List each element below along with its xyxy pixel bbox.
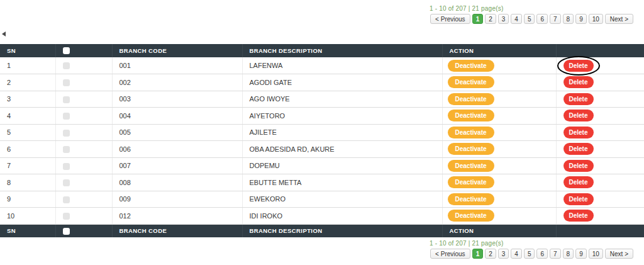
header-sn: SN bbox=[0, 44, 55, 57]
table-row: 6 006 OBA ADESIDA RD, AKURE Deactivate D… bbox=[0, 141, 644, 158]
table-row: 1 001 LAFENWA Deactivate Delete bbox=[0, 57, 644, 74]
table-body: 1 001 LAFENWA Deactivate Delete 2 002 AG… bbox=[0, 57, 644, 224]
page-button-9[interactable]: 9 bbox=[575, 249, 587, 259]
page-button-3[interactable]: 3 bbox=[498, 249, 509, 259]
branch-code-cell: 005 bbox=[112, 124, 242, 141]
page-button-2[interactable]: 2 bbox=[485, 249, 496, 259]
page-button-3[interactable]: 3 bbox=[498, 14, 509, 24]
page-button-6[interactable]: 6 bbox=[536, 14, 548, 24]
footer-action: ACTION bbox=[442, 224, 556, 237]
page-button-6[interactable]: 6 bbox=[536, 249, 548, 259]
delete-button[interactable]: Delete bbox=[564, 160, 594, 172]
delete-button[interactable]: Delete bbox=[564, 76, 594, 88]
row-checkbox[interactable] bbox=[63, 130, 70, 137]
sn-cell: 9 bbox=[0, 191, 55, 208]
delete-button[interactable]: Delete bbox=[564, 127, 594, 138]
pagination-info-bottom: 1 - 10 of 207 | 21 page(s) bbox=[430, 240, 633, 247]
page-button-8[interactable]: 8 bbox=[563, 249, 574, 259]
sn-cell: 3 bbox=[0, 91, 55, 108]
delete-button-wrap: Delete bbox=[564, 127, 594, 138]
row-checkbox[interactable] bbox=[63, 62, 70, 69]
delete-button[interactable]: Delete bbox=[564, 193, 594, 205]
deactivate-button[interactable]: Deactivate bbox=[448, 60, 494, 72]
delete-button[interactable]: Delete bbox=[564, 110, 594, 121]
pagination-bottom: 1 - 10 of 207 | 21 page(s) < Previous 12… bbox=[428, 240, 633, 259]
header-empty bbox=[556, 44, 644, 57]
delete-button-wrap: Delete bbox=[564, 60, 594, 72]
page-button-1[interactable]: 1 bbox=[472, 249, 484, 259]
row-checkbox[interactable] bbox=[63, 213, 70, 220]
delete-button-wrap: Delete bbox=[564, 93, 594, 105]
deactivate-button[interactable]: Deactivate bbox=[448, 93, 494, 105]
sn-cell: 1 bbox=[0, 57, 55, 74]
page-button-7[interactable]: 7 bbox=[550, 14, 561, 24]
table-footer-row: SN BRANCH CODE BRANCH DESCRIPTION ACTION bbox=[0, 224, 644, 237]
row-checkbox[interactable] bbox=[63, 79, 70, 86]
page-button-7[interactable]: 7 bbox=[550, 249, 561, 259]
deactivate-button[interactable]: Deactivate bbox=[448, 210, 494, 222]
sn-cell: 4 bbox=[0, 108, 55, 125]
branch-description-cell: AIYETORO bbox=[242, 108, 442, 125]
next-button-bottom[interactable]: Next > bbox=[605, 249, 633, 259]
delete-button[interactable]: Delete bbox=[564, 60, 594, 72]
delete-button[interactable]: Delete bbox=[564, 210, 594, 222]
footer-empty bbox=[556, 224, 644, 237]
delete-button-wrap: Delete bbox=[564, 176, 594, 188]
select-all-checkbox-footer[interactable] bbox=[63, 228, 70, 235]
deactivate-button[interactable]: Deactivate bbox=[448, 127, 494, 138]
row-checkbox[interactable] bbox=[63, 196, 70, 203]
table-row: 5 005 AJILETE Deactivate Delete bbox=[0, 124, 644, 141]
page-button-8[interactable]: 8 bbox=[563, 14, 574, 24]
delete-button-wrap: Delete bbox=[564, 210, 594, 222]
deactivate-button[interactable]: Deactivate bbox=[448, 193, 494, 205]
delete-button-wrap: Delete bbox=[564, 143, 594, 155]
table-row: 9 009 EWEKORO Deactivate Delete bbox=[0, 191, 644, 208]
branch-code-cell: 002 bbox=[112, 74, 242, 91]
page-button-9[interactable]: 9 bbox=[575, 14, 587, 24]
branch-description-cell: AJILETE bbox=[242, 124, 442, 141]
page-button-5[interactable]: 5 bbox=[524, 14, 535, 24]
delete-button[interactable]: Delete bbox=[564, 93, 594, 105]
delete-button[interactable]: Delete bbox=[564, 176, 594, 188]
row-checkbox[interactable] bbox=[63, 179, 70, 186]
branch-code-cell: 006 bbox=[112, 141, 242, 158]
header-branch-code: BRANCH CODE bbox=[112, 44, 242, 57]
page-button-5[interactable]: 5 bbox=[524, 249, 535, 259]
page-button-4[interactable]: 4 bbox=[511, 249, 522, 259]
deactivate-button[interactable]: Deactivate bbox=[448, 160, 494, 172]
select-all-checkbox[interactable] bbox=[63, 47, 70, 54]
sn-cell: 8 bbox=[0, 174, 55, 191]
deactivate-button[interactable]: Deactivate bbox=[448, 176, 494, 188]
header-action: ACTION bbox=[442, 44, 556, 57]
sn-cell: 7 bbox=[0, 157, 55, 174]
deactivate-button[interactable]: Deactivate bbox=[448, 110, 494, 121]
page-button-4[interactable]: 4 bbox=[511, 14, 522, 24]
table-row: 3 003 AGO IWOYE Deactivate Delete bbox=[0, 91, 644, 108]
page-button-1[interactable]: 1 bbox=[472, 14, 484, 24]
page-button-2[interactable]: 2 bbox=[485, 14, 496, 24]
previous-button[interactable]: < Previous bbox=[430, 14, 470, 24]
row-checkbox[interactable] bbox=[63, 146, 70, 153]
page-button-10[interactable]: 10 bbox=[589, 249, 603, 259]
footer-branch-code: BRANCH CODE bbox=[112, 224, 242, 237]
table-row: 7 007 DOPEMU Deactivate Delete bbox=[0, 157, 644, 174]
table-row: 10 012 IDI IROKO Deactivate Delete bbox=[0, 208, 644, 225]
branch-code-cell: 012 bbox=[112, 208, 242, 225]
delete-button-wrap: Delete bbox=[564, 193, 594, 205]
scroll-left-icon[interactable] bbox=[2, 31, 6, 37]
page-button-10[interactable]: 10 bbox=[589, 14, 603, 24]
previous-button-bottom[interactable]: < Previous bbox=[430, 249, 470, 259]
row-checkbox[interactable] bbox=[63, 113, 70, 120]
delete-button-wrap: Delete bbox=[564, 110, 594, 121]
branch-description-cell: AGODI GATE bbox=[242, 74, 442, 91]
row-checkbox[interactable] bbox=[63, 163, 70, 170]
table-header-row: SN BRANCH CODE BRANCH DESCRIPTION ACTION bbox=[0, 44, 644, 57]
delete-button[interactable]: Delete bbox=[564, 143, 594, 155]
deactivate-button[interactable]: Deactivate bbox=[448, 76, 494, 88]
sn-cell: 10 bbox=[0, 208, 55, 225]
next-button[interactable]: Next > bbox=[605, 14, 633, 24]
branch-code-cell: 003 bbox=[112, 91, 242, 108]
branch-code-cell: 009 bbox=[112, 191, 242, 208]
row-checkbox[interactable] bbox=[63, 96, 70, 103]
deactivate-button[interactable]: Deactivate bbox=[448, 143, 494, 155]
